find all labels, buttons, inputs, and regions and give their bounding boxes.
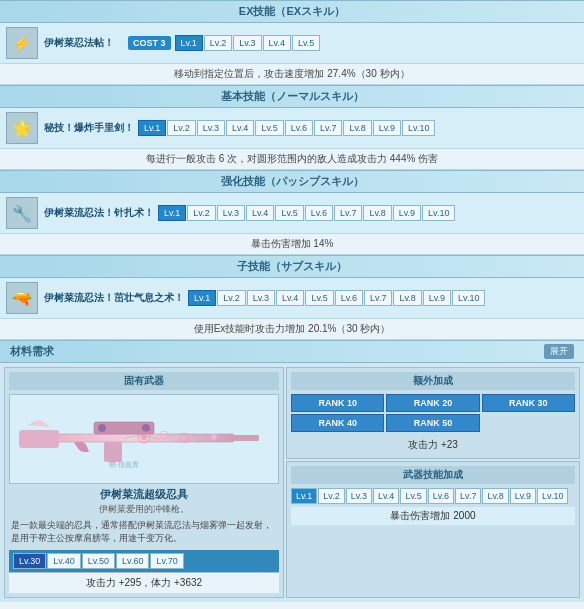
materials-body: 固有武器	[0, 363, 584, 602]
passive-skill-icon: 🔧	[6, 197, 38, 229]
weapon-stats: 攻击力 +295，体力 +3632	[9, 572, 279, 593]
ex-skill-row: ⚡ 伊树菜忍法帖！ COST 3 Lv.1 Lv.2 Lv.3 Lv.4 Lv.…	[0, 23, 584, 64]
rank-30-btn[interactable]: RANK 30	[482, 394, 575, 412]
sub-lv-9[interactable]: Lv.9	[423, 290, 451, 306]
passive-lv-4[interactable]: Lv.4	[246, 205, 274, 221]
rank-50-btn[interactable]: RANK 50	[386, 414, 479, 432]
normal-lv-4[interactable]: Lv.4	[226, 120, 254, 136]
normal-skill-section: 基本技能（ノーマルスキル） 🌟 秘技！爆炸手里剑！ Lv.1 Lv.2 Lv.3…	[0, 85, 584, 170]
normal-lv-3[interactable]: Lv.3	[197, 120, 225, 136]
normal-lv-8[interactable]: Lv.8	[343, 120, 371, 136]
normal-skill-icon: 🌟	[6, 112, 38, 144]
passive-skill-section: 强化技能（パッシブスキル） 🔧 伊树菜流忍法！针扎术！ Lv.1 Lv.2 Lv…	[0, 170, 584, 255]
sub-lv-4[interactable]: Lv.4	[276, 290, 304, 306]
sub-skill-row: 🔫 伊树菜流忍法！茁壮气息之术！ Lv.1 Lv.2 Lv.3 Lv.4 Lv.…	[0, 278, 584, 319]
svg-point-4	[98, 424, 106, 432]
normal-lv-5[interactable]: Lv.5	[255, 120, 283, 136]
passive-lv-2[interactable]: Lv.2	[187, 205, 215, 221]
expand-button[interactable]: 展开	[544, 344, 574, 359]
weapon-lv-30[interactable]: Lv.30	[13, 553, 46, 569]
sub-skill-name: 伊树菜流忍法！茁壮气息之术！	[44, 291, 184, 305]
ex-lv-2[interactable]: Lv.2	[204, 35, 232, 51]
sub-lv-3[interactable]: Lv.3	[247, 290, 275, 306]
ex-skill-header: EX技能（EXスキル）	[0, 0, 584, 23]
rank-40-btn[interactable]: RANK 40	[291, 414, 384, 432]
ex-lv-1[interactable]: Lv.1	[175, 35, 203, 51]
sub-lv-6[interactable]: Lv.6	[335, 290, 363, 306]
passive-skill-levels: Lv.1 Lv.2 Lv.3 Lv.4 Lv.5 Lv.6 Lv.7 Lv.8 …	[158, 205, 455, 221]
passive-skill-name: 伊树菜流忍法！针扎术！	[44, 206, 154, 220]
sb-lv-2[interactable]: Lv.2	[318, 488, 344, 504]
skill-bonus-levels: Lv.1 Lv.2 Lv.3 Lv.4 Lv.5 Lv.6 Lv.7 Lv.8 …	[291, 488, 575, 504]
passive-lv-10[interactable]: Lv.10	[422, 205, 455, 221]
normal-lv-7[interactable]: Lv.7	[314, 120, 342, 136]
normal-lv-10[interactable]: Lv.10	[402, 120, 435, 136]
svg-rect-2	[19, 430, 59, 448]
sb-lv-5[interactable]: Lv.5	[400, 488, 426, 504]
weapon-title: 伊树菜流超级忍具	[11, 487, 277, 502]
normal-lv-1[interactable]: Lv.1	[138, 120, 166, 136]
attrs-top: 额外加成 RANK 10 RANK 20 RANK 30 RANK 40 RAN…	[286, 367, 580, 459]
normal-skill-levels: Lv.1 Lv.2 Lv.3 Lv.4 Lv.5 Lv.6 Lv.7 Lv.8 …	[138, 120, 435, 136]
passive-skill-row: 🔧 伊树菜流忍法！针扎术！ Lv.1 Lv.2 Lv.3 Lv.4 Lv.5 L…	[0, 193, 584, 234]
sb-lv-1[interactable]: Lv.1	[291, 488, 317, 504]
sb-lv-10[interactable]: Lv.10	[537, 488, 568, 504]
passive-lv-3[interactable]: Lv.3	[217, 205, 245, 221]
svg-point-8	[141, 434, 147, 440]
ex-lv-5[interactable]: Lv.5	[292, 35, 320, 51]
svg-rect-6	[104, 442, 122, 462]
ex-lv-4[interactable]: Lv.4	[263, 35, 291, 51]
passive-lv-6[interactable]: Lv.6	[305, 205, 333, 221]
ex-skill-levels: Lv.1 Lv.2 Lv.3 Lv.4 Lv.5	[175, 35, 321, 51]
sb-lv-4[interactable]: Lv.4	[373, 488, 399, 504]
materials-title: 材料需求	[10, 344, 54, 359]
passive-lv-1[interactable]: Lv.1	[158, 205, 186, 221]
rank-grid: RANK 10 RANK 20 RANK 30 RANK 40 RANK 50	[291, 394, 575, 432]
weapon-image-area: 萌·信息库	[9, 394, 279, 484]
sb-lv-7[interactable]: Lv.7	[455, 488, 481, 504]
passive-lv-5[interactable]: Lv.5	[275, 205, 303, 221]
sb-lv-8[interactable]: Lv.8	[482, 488, 508, 504]
normal-lv-6[interactable]: Lv.6	[285, 120, 313, 136]
sub-lv-1[interactable]: Lv.1	[188, 290, 216, 306]
normal-skill-desc: 每进行一般攻击 6 次，对圆形范围内的敌人造成攻击力 444% 伤害	[0, 149, 584, 170]
sub-lv-10[interactable]: Lv.10	[452, 290, 485, 306]
rank-20-btn[interactable]: RANK 20	[386, 394, 479, 412]
sub-lv-7[interactable]: Lv.7	[364, 290, 392, 306]
passive-lv-8[interactable]: Lv.8	[363, 205, 391, 221]
svg-rect-0	[34, 434, 234, 442]
materials-section: 材料需求 展开 固有武器	[0, 340, 584, 602]
normal-lv-2[interactable]: Lv.2	[167, 120, 195, 136]
rank-10-btn[interactable]: RANK 10	[291, 394, 384, 412]
normal-lv-9[interactable]: Lv.9	[373, 120, 401, 136]
attrs-stat: 攻击力 +23	[291, 436, 575, 454]
weapon-info: 伊树菜流超级忍具 伊树菜爱用的冲锋枪。 是一款最尖端的忍具，通常搭配伊树菜流忍法…	[9, 484, 279, 547]
ex-lv-3[interactable]: Lv.3	[233, 35, 261, 51]
cost-badge: COST 3	[128, 36, 171, 50]
sb-lv-6[interactable]: Lv.6	[428, 488, 454, 504]
sub-lv-5[interactable]: Lv.5	[305, 290, 333, 306]
attrs-panel: 额外加成 RANK 10 RANK 20 RANK 30 RANK 40 RAN…	[286, 367, 580, 598]
passive-skill-header: 强化技能（パッシブスキル）	[0, 170, 584, 193]
sub-lv-8[interactable]: Lv.8	[393, 290, 421, 306]
weapon-lv-50[interactable]: Lv.50	[82, 553, 115, 569]
ex-skill-icon: ⚡	[6, 27, 38, 59]
weapon-lv-40[interactable]: Lv.40	[47, 553, 80, 569]
weapon-lv-60[interactable]: Lv.60	[116, 553, 149, 569]
sub-skill-levels: Lv.1 Lv.2 Lv.3 Lv.4 Lv.5 Lv.6 Lv.7 Lv.8 …	[188, 290, 485, 306]
sub-lv-2[interactable]: Lv.2	[217, 290, 245, 306]
weapon-panel-header: 固有武器	[9, 372, 279, 390]
weapon-illustration: 萌·信息库	[14, 397, 274, 482]
ex-skill-name: 伊树菜忍法帖！	[44, 36, 124, 50]
svg-text:萌·信息库: 萌·信息库	[109, 461, 139, 468]
svg-rect-1	[234, 435, 259, 441]
sub-skill-icon: 🔫	[6, 282, 38, 314]
sb-lv-9[interactable]: Lv.9	[510, 488, 536, 504]
skill-bonus-desc: 暴击伤害增加 2000	[291, 507, 575, 525]
weapon-subtitle: 伊树菜爱用的冲锋枪。	[11, 503, 277, 516]
weapon-lv-70[interactable]: Lv.70	[150, 553, 183, 569]
sb-lv-3[interactable]: Lv.3	[346, 488, 372, 504]
passive-lv-7[interactable]: Lv.7	[334, 205, 362, 221]
materials-header: 材料需求 展开	[0, 340, 584, 363]
passive-lv-9[interactable]: Lv.9	[393, 205, 421, 221]
